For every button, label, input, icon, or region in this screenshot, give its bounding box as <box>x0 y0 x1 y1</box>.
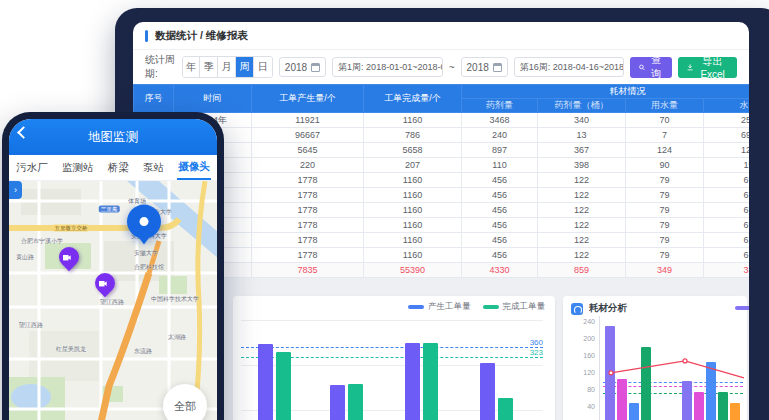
table-cell: 5645 <box>252 143 364 158</box>
gridline <box>241 320 543 321</box>
table-cell: 33 <box>704 263 750 278</box>
table-cell: 67 <box>704 203 750 218</box>
phone-tab-泵站[interactable]: 泵站 <box>142 157 165 179</box>
phone-tab-bar: 污水厂监测站桥梁泵站摄像头 <box>9 155 217 181</box>
col-header-time: 时间 <box>174 85 252 113</box>
table-row: 7177811604561227967 <box>134 203 750 218</box>
table-cell: 3468 <box>462 113 538 128</box>
table-row: 6177811604561227967 <box>134 188 750 203</box>
table-cell: 897 <box>462 143 538 158</box>
table-cell: 67 <box>704 173 750 188</box>
table-cell: 4330 <box>462 263 538 278</box>
table-cell: 456 <box>462 218 538 233</box>
phone-tab-污水厂[interactable]: 污水厂 <box>15 157 49 179</box>
col-header-consumables: 耗材情况 <box>462 85 750 99</box>
selected-camera-pin[interactable] <box>127 205 161 239</box>
bar-bar-series-1[interactable] <box>682 381 692 420</box>
table-cell: 786 <box>364 128 462 143</box>
phone-tab-桥梁[interactable]: 桥梁 <box>107 157 130 179</box>
range-tilde: ~ <box>449 62 455 73</box>
bar-完成工单量[interactable] <box>348 384 363 420</box>
map-label: 五里墩立交桥 <box>53 225 90 232</box>
table-cell: 1160 <box>364 233 462 248</box>
table-row: 42202071103989019 <box>134 158 750 173</box>
table-cell: 55390 <box>364 263 462 278</box>
period-option-季[interactable]: 季 <box>200 57 218 77</box>
phone-tab-摄像头[interactable]: 摄像头 <box>177 156 211 180</box>
breadcrumb-accent <box>145 30 148 42</box>
table-cell: 67 <box>704 248 750 263</box>
bar-完成工单量[interactable] <box>498 398 513 420</box>
download-icon <box>687 63 693 72</box>
table-cell: 122 <box>538 248 626 263</box>
table-row: 5177811604561227967 <box>134 173 750 188</box>
subcol-header: 用水量 <box>626 99 704 113</box>
table-row: 10177811604561227967 <box>134 248 750 263</box>
table-cell: 349 <box>626 263 704 278</box>
table-cell: 7835 <box>252 263 364 278</box>
period-segmented-control[interactable]: 年季月周日 <box>182 56 273 78</box>
year-from-select[interactable]: 2018 <box>279 57 326 77</box>
bar-bar-series-2[interactable] <box>617 379 627 420</box>
bar-完成工单量[interactable] <box>276 352 291 420</box>
table-cell: 5658 <box>364 143 462 158</box>
back-chevron-icon[interactable] <box>17 126 30 139</box>
bar-bar-series-3[interactable] <box>706 362 716 420</box>
bar-产生工单量[interactable] <box>480 363 495 420</box>
table-cell: 79 <box>626 188 704 203</box>
phone-tab-监测站[interactable]: 监测站 <box>61 157 95 179</box>
consumables-chart-card: 耗材分析 2402001601208040 <box>563 296 747 420</box>
table-cell: 19 <box>704 158 750 173</box>
week-range-to-input[interactable]: 第16周: 2018-04-16~2018-04-22 <box>514 57 625 77</box>
year-to-select[interactable]: 2018 <box>461 57 508 77</box>
period-option-周[interactable]: 周 <box>236 57 254 77</box>
table-cell: 1160 <box>364 188 462 203</box>
y-axis-tick: 120 <box>567 369 595 376</box>
map-view[interactable]: 三里庵五里墩立交桥体育场安徽农业大学安徽医科大学合肥市宁溪小学安徽大学合肥科技馆… <box>9 181 217 420</box>
expand-panel-button[interactable]: › <box>9 181 22 199</box>
phone-screen: 地图监测 污水厂监测站桥梁泵站摄像头 <box>9 119 217 420</box>
bar-产生工单量[interactable] <box>258 344 273 420</box>
all-filter-button[interactable]: 全部 <box>163 384 207 420</box>
table-cell: 1778 <box>252 203 364 218</box>
table-cell: 79 <box>626 203 704 218</box>
y-axis-tick: 240 <box>567 318 595 325</box>
bar-bar-series-5[interactable] <box>730 403 740 420</box>
table-cell: 220 <box>252 158 364 173</box>
period-option-月[interactable]: 月 <box>218 57 236 77</box>
bar-完成工单量[interactable] <box>423 343 438 420</box>
reference-label: 323 <box>530 348 543 357</box>
bar-产生工单量[interactable] <box>405 343 420 420</box>
table-cell: 1160 <box>364 203 462 218</box>
subcol-header: 药剂量 <box>462 99 538 113</box>
calendar-icon <box>311 63 320 72</box>
map-label: 合肥市宁溪小学 <box>21 237 63 246</box>
week-range-from-input[interactable]: 第1周: 2018-01-01~2018-01-07 <box>332 57 443 77</box>
table-cell: 456 <box>462 203 538 218</box>
bar-bar-series-4[interactable] <box>718 392 728 420</box>
period-option-日[interactable]: 日 <box>254 57 272 77</box>
table-cell: 122 <box>538 188 626 203</box>
map-label: 望江西路 <box>100 298 124 307</box>
period-option-年[interactable]: 年 <box>183 57 201 77</box>
bar-bar-series-4[interactable] <box>641 347 651 420</box>
table-cell: 122 <box>538 233 626 248</box>
export-excel-button[interactable]: 导出Excel <box>678 57 737 78</box>
table-cell: 79 <box>626 233 704 248</box>
table-cell: 110 <box>462 158 538 173</box>
bar-bar-series-3[interactable] <box>629 403 639 420</box>
query-button[interactable]: 查询 <box>630 57 672 78</box>
bar-产生工单量[interactable] <box>330 385 345 420</box>
report-table: 序号 时间 工单产生量/个 工单完成量/个 耗材情况 药剂量药剂量（桶）用水量水… <box>133 84 749 293</box>
table-cell: 90 <box>626 158 704 173</box>
table-cell: 207 <box>364 158 462 173</box>
phone-header: 地图监测 <box>9 119 217 155</box>
report-card: 数据统计 / 维修报表 统计周期: 年季月周日 2018 第1周: 2018-0… <box>133 22 749 420</box>
phone-mockup: 地图监测 污水厂监测站桥梁泵站摄像头 <box>2 112 224 420</box>
table-cell: 240 <box>462 128 538 143</box>
table-cell: 124 <box>626 143 704 158</box>
bar-bar-series-2[interactable] <box>694 392 704 420</box>
bar-chart-plot: 360323 <box>233 296 555 420</box>
bar-bar-series-1[interactable] <box>605 326 615 420</box>
table-cell: 398 <box>538 158 626 173</box>
